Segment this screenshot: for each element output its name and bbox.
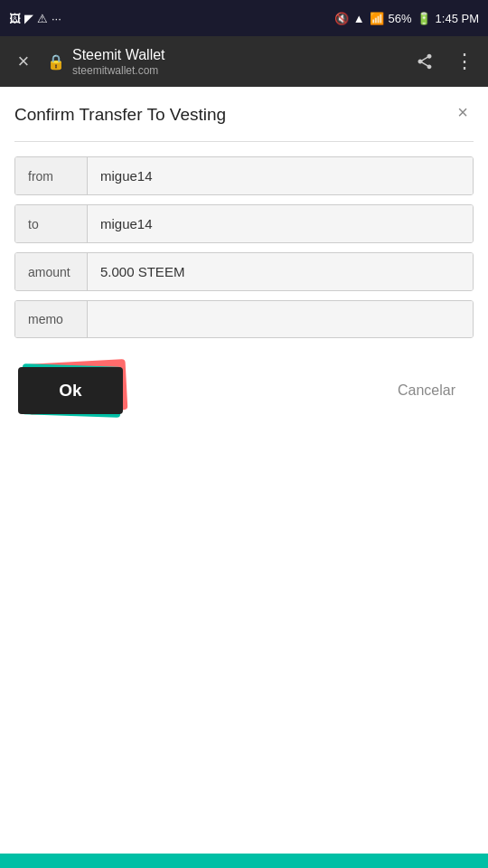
dialog-divider bbox=[14, 141, 474, 142]
toolbar-title: Steemit Wallet bbox=[72, 46, 401, 63]
toolbar-title-group: Steemit Wallet steemitwallet.com bbox=[72, 46, 401, 76]
dots-icon: ··· bbox=[52, 12, 61, 25]
amount-value: 5.000 STEEM bbox=[88, 253, 473, 290]
ok-button[interactable]: Ok bbox=[18, 367, 123, 414]
button-row: Ok Cancelar bbox=[14, 362, 474, 420]
toolbar-url: steemitwallet.com bbox=[72, 64, 401, 77]
from-value: migue14 bbox=[88, 157, 473, 194]
time: 1:45 PM bbox=[436, 12, 479, 25]
amount-row: amount 5.000 STEEM bbox=[14, 252, 474, 291]
from-label: from bbox=[15, 157, 88, 194]
from-row: from migue14 bbox=[14, 156, 474, 195]
close-tab-button[interactable]: × bbox=[7, 45, 40, 78]
image-icon: 🖼 bbox=[9, 12, 21, 25]
to-label: to bbox=[15, 205, 88, 242]
ok-button-wrapper: Ok bbox=[18, 362, 136, 420]
browser-toolbar: × 🔒 Steemit Wallet steemitwallet.com ⋮ bbox=[0, 36, 488, 87]
menu-button[interactable]: ⋮ bbox=[448, 45, 481, 78]
battery-percent: 56% bbox=[389, 12, 412, 25]
memo-value bbox=[88, 301, 473, 337]
mute-icon: 🔇 bbox=[334, 12, 349, 25]
to-row: to migue14 bbox=[14, 204, 474, 243]
content-area: × Confirm Transfer To Vesting from migue… bbox=[0, 87, 488, 854]
share-button[interactable] bbox=[408, 45, 441, 78]
amount-label: amount bbox=[15, 253, 88, 290]
cancel-button[interactable]: Cancelar bbox=[383, 372, 470, 410]
warning-icon: ⚠ bbox=[37, 12, 48, 25]
to-value: migue14 bbox=[88, 205, 473, 242]
status-left-icons: 🖼 ◤ ⚠ ··· bbox=[9, 12, 61, 25]
dialog-title: Confirm Transfer To Vesting bbox=[14, 105, 474, 125]
dialog-close-button[interactable]: × bbox=[450, 99, 475, 125]
lock-icon: 🔒 bbox=[47, 53, 65, 71]
status-right-icons: 🔇 ▲ 📶 56% 🔋 1:45 PM bbox=[334, 12, 479, 25]
battery-icon: 🔋 bbox=[417, 12, 431, 25]
memo-row: memo bbox=[14, 300, 474, 338]
wifi-icon: ▲ bbox=[353, 12, 365, 25]
location-icon: ◤ bbox=[24, 12, 33, 25]
memo-label: memo bbox=[15, 301, 88, 337]
confirm-transfer-dialog: × Confirm Transfer To Vesting from migue… bbox=[0, 87, 488, 438]
status-bar: 🖼 ◤ ⚠ ··· 🔇 ▲ 📶 56% 🔋 1:45 PM bbox=[0, 0, 488, 36]
bottom-bar bbox=[0, 854, 488, 868]
signal-icon: 📶 bbox=[370, 12, 384, 25]
